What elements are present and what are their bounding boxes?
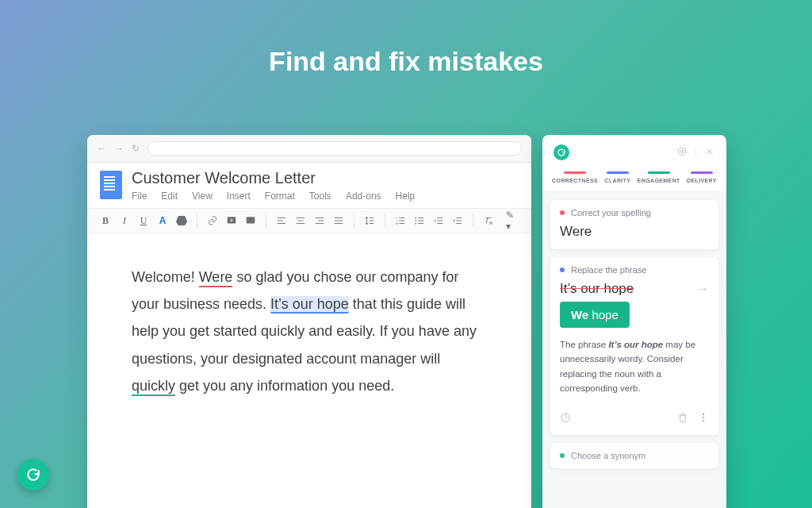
close-icon[interactable] <box>704 146 715 160</box>
insert-link-button[interactable] <box>205 214 220 228</box>
trash-icon[interactable] <box>677 412 688 425</box>
indent-button[interactable] <box>450 214 465 228</box>
align-left-button[interactable] <box>274 214 289 228</box>
align-center-button[interactable] <box>293 214 308 228</box>
underline-button[interactable]: U <box>136 214 151 228</box>
panel-header <box>542 135 726 170</box>
line-spacing-button[interactable] <box>362 214 377 228</box>
outdent-button[interactable] <box>431 214 446 228</box>
align-justify-button[interactable] <box>331 214 346 228</box>
body-text: Welcome! <box>132 269 199 285</box>
menu-edit[interactable]: Edit <box>161 190 178 202</box>
italic-button[interactable]: I <box>117 214 132 228</box>
category-tab-delivery[interactable]: DELIVERY <box>687 171 717 183</box>
bulleted-list-button[interactable] <box>412 214 427 228</box>
card-title: Choose a synonym <box>571 451 645 460</box>
suggestion-card-spelling[interactable]: Correct your spelling Were <box>550 200 718 249</box>
card-value: Were <box>560 224 709 240</box>
category-bar-icon <box>564 171 586 174</box>
reload-icon[interactable]: ↻ <box>132 143 140 154</box>
category-label: ENGAGEMENT <box>638 178 680 183</box>
menu-file[interactable]: File <box>132 190 147 202</box>
stage: ← → ↻ Customer Welcome Letter File Edit … <box>87 135 812 508</box>
more-icon[interactable] <box>698 412 709 425</box>
svg-point-4 <box>415 223 416 225</box>
svg-point-9 <box>703 417 704 418</box>
category-label: CLARITY <box>604 178 630 183</box>
category-dot-icon <box>560 210 565 215</box>
category-label: CORRECTNESS <box>552 178 598 183</box>
category-tab-engagement[interactable]: ENGAGEMENT <box>638 171 680 183</box>
menu-help[interactable]: Help <box>396 190 416 202</box>
category-dot-icon <box>560 453 565 458</box>
svg-point-10 <box>703 420 704 421</box>
menu-insert[interactable]: Insert <box>227 190 251 202</box>
back-icon[interactable]: ← <box>97 143 106 154</box>
category-bar-icon <box>691 171 713 174</box>
forward-icon[interactable]: → <box>114 143 124 154</box>
suggestion-list: Correct your spelling Were Replace the p… <box>542 192 726 508</box>
suggestion-card-rewrite[interactable]: Replace the phrase It’s our hope → We ho… <box>550 257 718 435</box>
explanation-text: The phrase It’s our hope may be unnecess… <box>560 337 709 396</box>
svg-point-8 <box>703 414 704 415</box>
menu-addons[interactable]: Add-ons <box>346 190 381 202</box>
card-title: Correct your spelling <box>571 208 651 217</box>
suggestion-card-synonym[interactable]: Choose a synonym <box>550 443 718 468</box>
clarity-error[interactable]: It’s our hope <box>270 296 349 314</box>
align-right-button[interactable] <box>312 214 327 228</box>
svg-point-2 <box>415 217 416 219</box>
insert-image-button[interactable] <box>243 214 258 228</box>
formatting-toolbar: B I U A <box>87 208 531 233</box>
clear-formatting-button[interactable] <box>481 214 496 228</box>
document-window: ← → ↻ Customer Welcome Letter File Edit … <box>87 135 531 508</box>
category-tab-correctness[interactable]: CORRECTNESS <box>552 171 598 183</box>
edit-mode-button[interactable]: ✎ ▾ <box>506 214 520 228</box>
category-dot-icon <box>560 267 565 272</box>
highlight-button[interactable] <box>174 214 189 228</box>
svg-point-6 <box>680 150 684 153</box>
document-body[interactable]: Welcome! Were so glad you chose our comp… <box>87 233 531 429</box>
apply-fix-button[interactable]: We hope <box>560 302 630 328</box>
category-tab-clarity[interactable]: CLARITY <box>604 171 630 183</box>
browser-chrome: ← → ↻ <box>87 135 531 163</box>
category-label: DELIVERY <box>687 178 717 183</box>
docs-logo-icon <box>100 171 122 199</box>
svg-rect-1 <box>247 217 255 223</box>
category-bar-icon <box>607 171 629 174</box>
svg-point-3 <box>415 220 416 221</box>
engagement-error[interactable]: quickly <box>132 378 175 396</box>
address-bar[interactable] <box>147 141 522 156</box>
hero-headline: Find and fix mistakes <box>0 0 812 77</box>
card-title: Replace the phrase <box>571 265 646 275</box>
category-bar-icon <box>648 171 670 174</box>
grammarly-logo-icon <box>553 144 569 160</box>
arrow-right-icon: → <box>696 282 709 296</box>
insert-comment-button[interactable] <box>224 214 239 228</box>
menubar: File Edit View Insert Format Tools Add-o… <box>132 187 519 208</box>
document-header: Customer Welcome Letter File Edit View I… <box>87 163 531 208</box>
document-title[interactable]: Customer Welcome Letter <box>132 169 519 187</box>
numbered-list-button[interactable] <box>393 214 408 228</box>
category-tabs: CORRECTNESSCLARITYENGAGEMENTDELIVERY <box>542 170 726 192</box>
original-phrase: It’s our hope <box>560 281 634 297</box>
grammarly-badge-icon[interactable] <box>17 459 49 491</box>
menu-format[interactable]: Format <box>265 190 295 202</box>
text-color-button[interactable]: A <box>155 214 170 228</box>
grammarly-panel: CORRECTNESSCLARITYENGAGEMENTDELIVERY Cor… <box>542 135 726 508</box>
bold-button[interactable]: B <box>98 214 113 228</box>
body-text: get you any information you need. <box>175 378 394 394</box>
spelling-error[interactable]: Were <box>199 269 233 287</box>
goals-icon[interactable] <box>676 146 688 160</box>
menu-tools[interactable]: Tools <box>309 190 331 202</box>
menu-view[interactable]: View <box>192 190 213 202</box>
info-icon[interactable] <box>560 412 571 425</box>
